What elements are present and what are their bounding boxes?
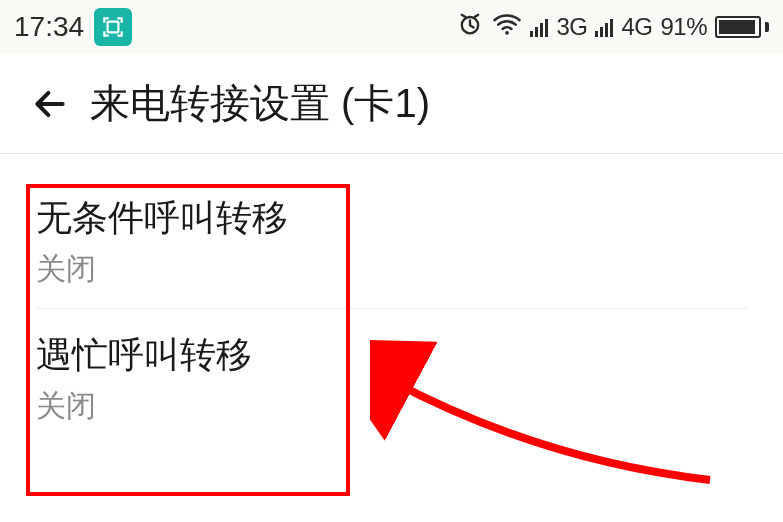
scan-icon (94, 8, 132, 46)
alarm-icon (456, 10, 484, 45)
battery-icon (715, 16, 769, 38)
setting-status: 关闭 (36, 249, 747, 290)
settings-list: 无条件呼叫转移 关闭 遇忙呼叫转移 关闭 (0, 154, 783, 445)
wifi-icon (492, 9, 522, 46)
back-button[interactable] (28, 82, 72, 126)
setting-status: 关闭 (36, 386, 747, 427)
setting-item-busy-forward[interactable]: 遇忙呼叫转移 关闭 (36, 309, 747, 445)
battery-percent: 91% (660, 13, 707, 41)
page-header: 来电转接设置 (卡1) (0, 54, 783, 154)
setting-title: 遇忙呼叫转移 (36, 331, 747, 380)
setting-title: 无条件呼叫转移 (36, 194, 747, 243)
status-bar: 17:34 3G (0, 0, 783, 54)
setting-item-unconditional-forward[interactable]: 无条件呼叫转移 关闭 (36, 172, 747, 309)
network1-label: 3G (556, 13, 587, 41)
signal-bars-icon (595, 17, 613, 37)
status-left: 17:34 (14, 8, 132, 46)
network2-label: 4G (621, 13, 652, 41)
svg-point-2 (506, 30, 510, 34)
page-title: 来电转接设置 (卡1) (90, 76, 430, 131)
status-right: 3G 4G 91% (456, 9, 769, 46)
status-time: 17:34 (14, 11, 84, 43)
svg-rect-0 (108, 22, 119, 33)
signal-bars-icon (530, 17, 548, 37)
